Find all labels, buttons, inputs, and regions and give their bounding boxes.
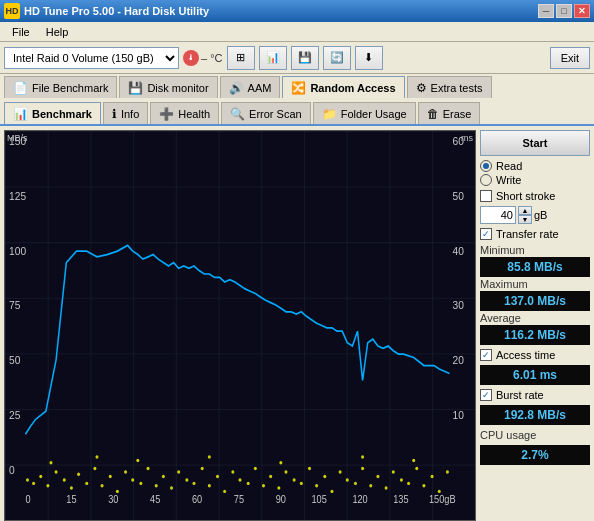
toolbar-btn-2[interactable]: 📊 [259, 46, 287, 70]
access-time-checkbox-item[interactable]: ✓ Access time [480, 349, 590, 361]
temp-icon: 🌡 [183, 50, 199, 66]
short-stroke-checkbox-item[interactable]: Short stroke [480, 190, 590, 202]
svg-point-33 [77, 473, 80, 476]
transfer-rate-checkbox-item[interactable]: ✓ Transfer rate [480, 228, 590, 240]
read-write-group: Read Write [480, 160, 590, 186]
svg-point-53 [231, 470, 234, 473]
toolbar-btn-5[interactable]: ⬇ [355, 46, 383, 70]
aam-icon: 🔊 [229, 81, 244, 95]
svg-point-27 [32, 482, 35, 485]
svg-rect-1 [5, 131, 475, 520]
menu-help[interactable]: Help [38, 24, 77, 40]
svg-text:25: 25 [9, 409, 20, 422]
tabs-row1: 📄 File Benchmark 💾 Disk monitor 🔊 AAM 🔀 … [0, 74, 594, 126]
svg-point-80 [438, 490, 441, 493]
write-label: Write [496, 174, 521, 186]
svg-point-75 [400, 478, 403, 481]
svg-point-40 [131, 478, 134, 481]
y2-axis-title: ms [461, 133, 473, 143]
svg-point-52 [223, 490, 226, 493]
stroke-value-input[interactable] [480, 206, 516, 224]
burst-rate-value: 192.8 MB/s [480, 405, 590, 425]
access-time-label: Access time [496, 349, 555, 361]
burst-rate-checkbox-item[interactable]: ✓ Burst rate [480, 389, 590, 401]
restore-button[interactable]: □ [556, 4, 572, 18]
tab-error-scan[interactable]: 🔍 Error Scan [221, 102, 311, 124]
random-access-icon: 🔀 [291, 81, 306, 95]
tab-random-access[interactable]: 🔀 Random Access [282, 76, 404, 98]
svg-point-45 [170, 486, 173, 489]
svg-point-49 [201, 467, 204, 470]
close-button[interactable]: ✕ [574, 4, 590, 18]
drive-select[interactable]: Intel Raid 0 Volume (150 gB) [4, 47, 179, 69]
tab-disk-monitor[interactable]: 💾 Disk monitor [119, 76, 217, 98]
read-label: Read [496, 160, 522, 172]
error-scan-icon: 🔍 [230, 107, 245, 121]
svg-point-83 [95, 455, 98, 458]
toolbar-btn-1[interactable]: ⊞ [227, 46, 255, 70]
stroke-input-row: ▲ ▼ gB [480, 206, 590, 224]
svg-point-79 [431, 475, 434, 478]
svg-point-30 [55, 470, 58, 473]
svg-point-68 [346, 478, 349, 481]
access-time-checkbox[interactable]: ✓ [480, 349, 492, 361]
read-radio-dot[interactable] [480, 160, 492, 172]
svg-text:0: 0 [9, 464, 15, 477]
svg-text:40: 40 [453, 244, 464, 257]
svg-point-76 [407, 482, 410, 485]
minimum-value: 85.8 MB/s [480, 257, 590, 277]
svg-point-37 [109, 475, 112, 478]
menu-file[interactable]: File [4, 24, 38, 40]
svg-text:75: 75 [9, 299, 20, 312]
tab-erase[interactable]: 🗑 Erase [418, 102, 481, 124]
stroke-up-button[interactable]: ▲ [518, 206, 532, 215]
short-stroke-checkbox[interactable] [480, 190, 492, 202]
cpu-usage-value: 2.7% [480, 445, 590, 465]
svg-point-51 [216, 475, 219, 478]
tab-folder-usage[interactable]: 📁 Folder Usage [313, 102, 416, 124]
window-title: HD Tune Pro 5.00 - Hard Disk Utility [24, 5, 538, 17]
svg-point-81 [446, 470, 449, 473]
transfer-rate-checkbox[interactable]: ✓ [480, 228, 492, 240]
exit-button[interactable]: Exit [550, 47, 590, 69]
svg-point-87 [361, 455, 364, 458]
toolbar-btn-3[interactable]: 💾 [291, 46, 319, 70]
radio-write[interactable]: Write [480, 174, 590, 186]
file-benchmark-icon: 📄 [13, 81, 28, 95]
svg-text:50: 50 [9, 354, 20, 367]
tab-benchmark[interactable]: 📊 Benchmark [4, 102, 101, 124]
svg-point-38 [116, 490, 119, 493]
erase-icon: 🗑 [427, 107, 439, 121]
access-time-value: 6.01 ms [480, 365, 590, 385]
minimize-button[interactable]: ─ [538, 4, 554, 18]
svg-text:150gB: 150gB [429, 493, 456, 505]
stroke-down-button[interactable]: ▼ [518, 215, 532, 224]
svg-text:125: 125 [9, 189, 26, 202]
svg-point-82 [49, 461, 52, 464]
minimum-label: Minimum [480, 244, 590, 256]
maximum-label: Maximum [480, 278, 590, 290]
tab-info[interactable]: ℹ Info [103, 102, 148, 124]
toolbar-btn-4[interactable]: 🔄 [323, 46, 351, 70]
svg-point-50 [208, 484, 211, 487]
svg-point-41 [139, 482, 142, 485]
radio-read[interactable]: Read [480, 160, 590, 172]
svg-point-32 [70, 486, 73, 489]
svg-point-73 [385, 486, 388, 489]
write-radio-dot[interactable] [480, 174, 492, 186]
svg-point-62 [300, 482, 303, 485]
svg-point-31 [63, 478, 66, 481]
svg-point-84 [136, 459, 139, 462]
svg-text:20: 20 [453, 354, 464, 367]
tab-file-benchmark[interactable]: 📄 File Benchmark [4, 76, 117, 98]
transfer-rate-label: Transfer rate [496, 228, 559, 240]
tab-extra-tests[interactable]: ⚙ Extra tests [407, 76, 492, 98]
svg-text:90: 90 [276, 493, 287, 505]
chart-area: MB/s ms 150 125 100 75 50 25 0 60 50 40 … [4, 130, 476, 521]
svg-text:0: 0 [25, 493, 31, 505]
info-icon: ℹ [112, 107, 117, 121]
start-button[interactable]: Start [480, 130, 590, 156]
tab-aam[interactable]: 🔊 AAM [220, 76, 281, 98]
burst-rate-checkbox[interactable]: ✓ [480, 389, 492, 401]
tab-health[interactable]: ➕ Health [150, 102, 219, 124]
